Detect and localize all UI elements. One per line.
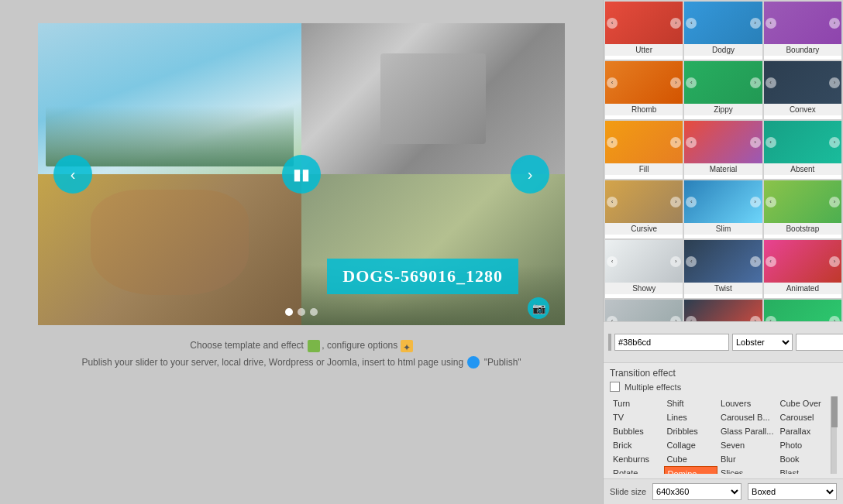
template-item-bootstrap[interactable]: ‹›Bootstrap <box>764 180 841 238</box>
template-item-showy[interactable]: ‹›Showy <box>605 240 683 298</box>
template-item-animated[interactable]: ‹›Animated <box>764 240 841 298</box>
effect-item-blast[interactable]: Blast <box>776 466 831 474</box>
effect-item-carousel[interactable]: Carousel <box>776 410 831 424</box>
multiple-effects-label: Multiple effects <box>625 382 681 392</box>
effect-item-parallax[interactable]: Parallax <box>776 424 831 438</box>
transition-title: Transition effect <box>610 368 837 379</box>
transition-scrollbar[interactable] <box>831 396 837 474</box>
camera-icon[interactable]: 📷 <box>528 297 549 319</box>
bottom-line-2: Publish your slider to your server, loca… <box>81 355 521 372</box>
template-label-showy: Showy <box>605 283 683 294</box>
effect-item-seven[interactable]: Seven <box>717 438 776 452</box>
template-label-absent: Absent <box>764 163 841 175</box>
template-label-utter: Utter <box>605 44 683 56</box>
effect-item-rotate[interactable]: Rotate <box>610 466 664 474</box>
effect-item-brick[interactable]: Brick <box>610 438 664 452</box>
template-item-material[interactable]: ‹›Material <box>684 121 762 179</box>
template-item-fill[interactable]: ‹›Fill <box>605 121 683 179</box>
slide-cell-2 <box>301 23 565 174</box>
template-item-boundary[interactable]: ‹›Boundary <box>764 2 841 60</box>
template-item-slim[interactable]: ‹›Slim <box>684 180 762 238</box>
slide-cell-1 <box>38 23 301 174</box>
template-item-contour[interactable]: ‹›Contour <box>764 300 841 321</box>
effect-item-cube[interactable]: Cube <box>664 452 718 466</box>
effect-item-glass-parall[interactable]: Glass Parall... <box>717 424 776 438</box>
dot-2[interactable] <box>298 308 305 316</box>
effect-item-lines[interactable]: Lines <box>664 410 718 424</box>
effect-item-tv[interactable]: TV <box>610 410 664 424</box>
template-label-convex: Convex <box>764 104 841 115</box>
right-panel: ‹›Utter‹›Dodgy‹›Boundary‹›Rhomb‹›Zippy‹›… <box>603 0 843 504</box>
template-item-twist[interactable]: ‹›Twist <box>684 240 762 298</box>
color-swatch[interactable] <box>608 334 611 351</box>
effect-item-bubbles[interactable]: Bubbles <box>610 424 664 438</box>
template-item-convex[interactable]: ‹›Convex <box>764 61 841 119</box>
effect-item-photo[interactable]: Photo <box>776 438 831 452</box>
effect-item-slices[interactable]: Slices <box>717 466 776 474</box>
dot-1[interactable] <box>285 308 293 316</box>
template-item-megalopolis[interactable]: ‹›Megalopolis <box>684 300 762 321</box>
slide-cell-3 <box>38 174 301 325</box>
template-label-animated: Animated <box>764 283 841 294</box>
bottom-line-1: Choose template and effect , configure o… <box>81 338 521 355</box>
slide-title: DOGS-569016_1280 <box>327 259 518 294</box>
effect-item-turn[interactable]: Turn <box>610 396 664 410</box>
template-label-boundary: Boundary <box>764 44 841 56</box>
transition-effects-wrapper: TurnShiftLouversCube OverTVLinesCarousel… <box>610 396 837 474</box>
effect-item-louvers[interactable]: Louvers <box>717 396 776 410</box>
dot-3[interactable] <box>310 308 318 316</box>
options-icon: ✦ <box>401 340 413 352</box>
color-input[interactable]: #38b6cd <box>614 334 729 351</box>
controls-bar: #38b6cd ArialGeorgiaLobsterOpen SansRobo… <box>604 321 843 362</box>
left-panel: ‹ ▮▮ › DOGS-569016_1280 📷 Choose templat… <box>0 0 603 504</box>
template-item-cursive[interactable]: ‹›Cursive <box>605 180 683 238</box>
template-label-dodgy: Dodgy <box>684 44 762 56</box>
slide-size-label: Slide size <box>610 487 646 496</box>
slide-cell-4 <box>301 174 565 325</box>
slide-layout-select[interactable]: BoxedFull WidthFull Screen <box>748 483 837 500</box>
template-label-zippy: Zippy <box>684 104 762 115</box>
template-item-absent[interactable]: ‹›Absent <box>764 121 841 179</box>
effects-grid: TurnShiftLouversCube OverTVLinesCarousel… <box>610 396 831 474</box>
slide-dots <box>285 308 318 316</box>
bottom-text: Choose template and effect , configure o… <box>81 338 521 371</box>
effect-item-book[interactable]: Book <box>776 452 831 466</box>
slider-preview: ‹ ▮▮ › DOGS-569016_1280 📷 <box>38 23 565 325</box>
template-label-material: Material <box>684 163 762 175</box>
effect-item-domino[interactable]: Domino <box>664 466 718 474</box>
template-icon <box>308 340 320 352</box>
template-label-slim: Slim <box>684 223 762 235</box>
template-label-fill: Fill <box>605 163 683 175</box>
template-item-dodgy[interactable]: ‹›Dodgy <box>684 2 762 60</box>
template-label-rhomb: Rhomb <box>605 104 683 115</box>
effect-item-collage[interactable]: Collage <box>664 438 718 452</box>
font-select[interactable]: ArialGeorgiaLobsterOpen SansRobotoVerdan… <box>732 334 793 351</box>
effect-item-cube-over[interactable]: Cube Over <box>776 396 831 410</box>
prev-button[interactable]: ‹ <box>53 155 92 194</box>
effect-item-dribbles[interactable]: Dribbles <box>664 424 718 438</box>
template-label-bootstrap: Bootstrap <box>764 223 841 235</box>
multiple-effects-checkbox[interactable] <box>610 382 620 392</box>
template-label-twist: Twist <box>684 283 762 294</box>
effect-item-carousel-b[interactable]: Carousel B... <box>717 410 776 424</box>
transition-section: Transition effect Multiple effects TurnS… <box>604 362 843 478</box>
multiple-effects-row: Multiple effects <box>610 382 837 392</box>
template-item-utter[interactable]: ‹›Utter <box>605 2 683 60</box>
play-button[interactable]: ▮▮ <box>282 155 321 194</box>
template-item-transparent[interactable]: ‹›Transparent <box>605 300 683 321</box>
next-button[interactable]: › <box>511 155 549 194</box>
effects-scroll[interactable]: TurnShiftLouversCube OverTVLinesCarousel… <box>610 396 831 474</box>
effect-item-blur[interactable]: Blur <box>717 452 776 466</box>
template-item-rhomb[interactable]: ‹›Rhomb <box>605 61 683 119</box>
effect-item-shift[interactable]: Shift <box>664 396 718 410</box>
publish-icon <box>467 356 480 369</box>
slide-size-select[interactable]: 320x180480x270640x360800x4501024x5761280… <box>652 483 741 500</box>
template-label-cursive: Cursive <box>605 223 683 235</box>
template-item-zippy[interactable]: ‹›Zippy <box>684 61 762 119</box>
slide-size-row: Slide size 320x180480x270640x360800x4501… <box>604 478 843 504</box>
font-size-input[interactable]: 13 <box>796 334 843 351</box>
templates-grid: ‹›Utter‹›Dodgy‹›Boundary‹›Rhomb‹›Zippy‹›… <box>604 0 843 321</box>
effect-item-kenburns[interactable]: Kenburns <box>610 452 664 466</box>
